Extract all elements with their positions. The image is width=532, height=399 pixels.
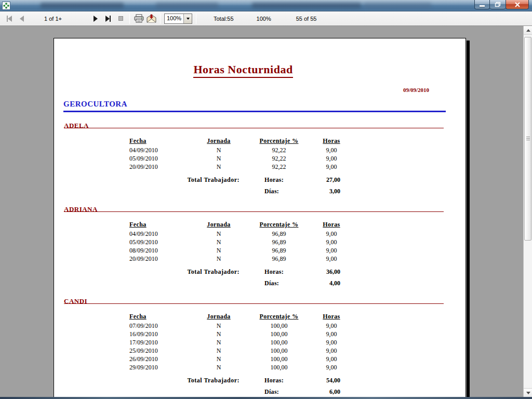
cell-fecha: 20/09/2010: [129, 163, 187, 171]
column-header-fecha: Fecha: [129, 137, 187, 145]
report-page: Horas Nocturnidad 09/09/2010 GEROCULTORA…: [54, 38, 466, 397]
cell-jornada: N: [190, 330, 247, 338]
export-icon: [147, 14, 156, 23]
cell-horas: 9,00: [300, 163, 363, 171]
worker-section: ADELA Fecha Jornada Porcentaje % Horas 0…: [54, 121, 466, 195]
print-button[interactable]: [132, 13, 145, 24]
toolbar-separator: [129, 14, 130, 24]
cell-fecha: 29/09/2010: [129, 363, 187, 371]
scroll-down-button[interactable]: [524, 388, 532, 397]
green-dots-icon: [3, 2, 10, 9]
cell-jornada: N: [190, 363, 247, 371]
cell-jornada: N: [190, 154, 247, 163]
cell-horas: 9,00: [300, 363, 363, 371]
close-button[interactable]: [506, 0, 529, 9]
column-header-row: Fecha Jornada Porcentaje % Horas: [54, 137, 466, 144]
total-dias-value: 6,00: [288, 388, 340, 396]
total-label: Total Trabajador:: [129, 376, 240, 384]
worker-name: ADRIANA: [64, 205, 98, 213]
worker-section: ADRIANA Fecha Jornada Porcentaje % Horas…: [54, 204, 466, 287]
first-page-button[interactable]: [3, 13, 16, 24]
column-header-row: Fecha Jornada Porcentaje % Horas: [54, 312, 466, 320]
cell-fecha: 25/09/2010: [129, 347, 187, 355]
table-row: 05/09/2010 N 92,22 9,00: [54, 154, 466, 163]
worker-name: ADELA: [64, 122, 89, 129]
zoom-dropdown-button[interactable]: [183, 14, 192, 23]
column-header-jornada: Jornada: [190, 312, 247, 321]
toolbar-separator: [196, 14, 196, 24]
table-row: 05/09/2010 N 96,89 9,00: [54, 238, 466, 246]
cell-jornada: N: [190, 163, 247, 171]
column-header-horas: Horas: [300, 220, 363, 229]
scroll-thumb-grip: [526, 137, 530, 141]
cell-horas: 9,00: [300, 322, 363, 330]
status-total: Total:55: [214, 16, 234, 22]
toolbar-separator: [160, 14, 161, 24]
maximize-button[interactable]: [490, 0, 506, 9]
stop-icon: [118, 16, 123, 21]
cell-jornada: N: [190, 230, 247, 238]
column-header-row: Fecha Jornada Porcentaje % Horas: [54, 220, 466, 228]
cell-horas: 9,00: [300, 246, 363, 255]
stop-button[interactable]: [114, 13, 127, 24]
prev-page-button[interactable]: [16, 13, 28, 24]
table-row: 16/09/2010 N 100,00 9,00: [54, 330, 466, 338]
worker-section: CANDI Fecha Jornada Porcentaje % Horas 0…: [54, 296, 466, 395]
last-page-icon: [105, 16, 110, 22]
cell-fecha: 04/09/2010: [129, 146, 187, 154]
column-header-fecha: Fecha: [129, 312, 187, 321]
total-dias-value: 4,00: [288, 279, 340, 287]
dias-row: Días: 4,00: [54, 279, 466, 287]
vertical-scrollbar[interactable]: [523, 26, 532, 397]
report-toolbar: 1 of 1+ 100% Total:55 100% 55: [0, 11, 532, 26]
preview-area: Horas Nocturnidad 09/09/2010 GEROCULTORA…: [0, 26, 532, 397]
table-row: 20/09/2010 N 96,89 9,00: [54, 255, 466, 263]
cell-horas: 9,00: [300, 338, 363, 347]
cell-fecha: 07/09/2010: [129, 322, 187, 330]
titlebar-title-redacted: [364, 3, 431, 8]
cell-horas: 9,00: [300, 347, 363, 355]
cell-fecha: 26/09/2010: [129, 355, 187, 363]
taskbar-edge: [0, 397, 532, 399]
worker-name-rule: ADRIANA: [64, 204, 444, 212]
group-header: GEROCULTORA: [63, 100, 466, 109]
next-page-button[interactable]: [89, 13, 102, 24]
column-header-horas: Horas: [300, 312, 363, 321]
total-horas-value: 54,00: [288, 376, 340, 384]
table-row: 07/09/2010 N 100,00 9,00: [54, 322, 466, 330]
cell-fecha: 08/09/2010: [129, 246, 187, 255]
scroll-up-button[interactable]: [524, 26, 532, 35]
cell-jornada: N: [190, 238, 247, 246]
table-row: 04/09/2010 N 96,89 9,00: [54, 230, 466, 238]
cell-jornada: N: [190, 355, 247, 363]
last-page-button[interactable]: [102, 13, 114, 24]
worker-name-rule: ADELA: [64, 121, 444, 128]
minimize-button[interactable]: [474, 0, 490, 9]
titlebar[interactable]: [0, 0, 532, 11]
chevron-down-icon: [187, 18, 190, 20]
caption-buttons: [474, 0, 529, 9]
restore-icon: [495, 2, 501, 7]
cell-jornada: N: [190, 146, 247, 154]
cell-horas: 9,00: [300, 330, 363, 338]
scroll-thumb[interactable]: [524, 37, 531, 241]
worker-name-rule: CANDI: [64, 296, 444, 304]
total-horas-value: 27,00: [288, 176, 340, 184]
table-row: 08/09/2010 N 96,89 9,00: [54, 246, 466, 255]
zoom-select[interactable]: 100%: [164, 14, 192, 24]
total-label: Total Trabajador:: [129, 268, 240, 276]
page-indicator: 1 of 1+: [28, 16, 78, 22]
cell-jornada: N: [190, 255, 247, 263]
cell-horas: 9,00: [300, 154, 363, 163]
export-button[interactable]: [145, 13, 157, 24]
table-row: 26/09/2010 N 100,00 9,00: [54, 355, 466, 363]
dias-row: Días: 3,00: [54, 187, 466, 195]
cell-fecha: 05/09/2010: [129, 238, 187, 246]
cell-horas: 9,00: [300, 355, 363, 363]
total-horas-value: 36,00: [288, 268, 340, 276]
table-row: 29/09/2010 N 100,00 9,00: [54, 363, 466, 371]
cell-horas: 9,00: [300, 255, 363, 263]
page-shadow: [467, 41, 470, 397]
cell-jornada: N: [190, 246, 247, 255]
total-dias-value: 3,00: [288, 187, 340, 195]
